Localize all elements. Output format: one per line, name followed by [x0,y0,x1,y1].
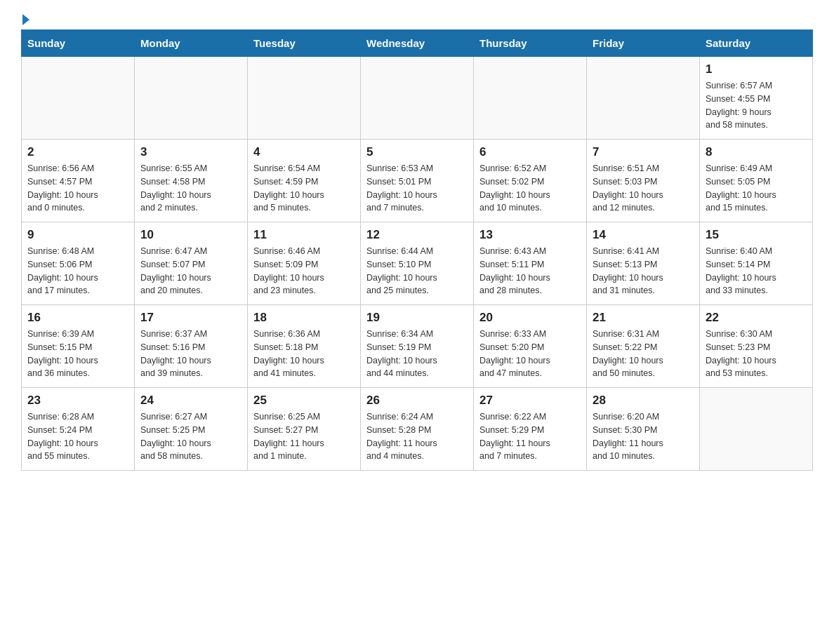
calendar-day-cell: 14Sunrise: 6:41 AMSunset: 5:13 PMDayligh… [587,222,700,305]
calendar-body: 1Sunrise: 6:57 AMSunset: 4:55 PMDaylight… [22,57,813,471]
logo [21,14,29,22]
weekday-header-tuesday: Tuesday [248,30,361,57]
day-number: 23 [27,394,128,408]
calendar-day-cell: 23Sunrise: 6:28 AMSunset: 5:24 PMDayligh… [22,388,135,471]
day-number: 4 [253,145,355,159]
day-number: 25 [253,394,355,408]
calendar-day-cell: 21Sunrise: 6:31 AMSunset: 5:22 PMDayligh… [587,305,700,388]
day-info: Sunrise: 6:28 AMSunset: 5:24 PMDaylight:… [27,410,128,463]
day-info: Sunrise: 6:33 AMSunset: 5:20 PMDaylight:… [479,328,581,380]
day-number: 14 [593,228,694,242]
day-info: Sunrise: 6:52 AMSunset: 5:02 PMDaylight:… [479,162,581,215]
day-info: Sunrise: 6:27 AMSunset: 5:25 PMDaylight:… [140,410,241,463]
day-number: 27 [479,394,581,408]
day-info: Sunrise: 6:47 AMSunset: 5:07 PMDaylight:… [140,245,241,297]
calendar-day-cell: 4Sunrise: 6:54 AMSunset: 4:59 PMDaylight… [248,140,361,222]
day-number: 8 [706,145,807,159]
weekday-header-monday: Monday [135,30,248,57]
calendar-day-cell: 6Sunrise: 6:52 AMSunset: 5:02 PMDaylight… [474,140,587,222]
calendar-day-cell: 17Sunrise: 6:37 AMSunset: 5:16 PMDayligh… [135,305,248,388]
calendar-week-row: 16Sunrise: 6:39 AMSunset: 5:15 PMDayligh… [22,305,813,388]
calendar-day-cell: 16Sunrise: 6:39 AMSunset: 5:15 PMDayligh… [22,305,135,388]
weekday-header-friday: Friday [587,30,700,57]
day-info: Sunrise: 6:22 AMSunset: 5:29 PMDaylight:… [479,410,581,463]
day-info: Sunrise: 6:39 AMSunset: 5:15 PMDaylight:… [27,328,128,380]
calendar-day-cell: 7Sunrise: 6:51 AMSunset: 5:03 PMDaylight… [587,140,700,222]
calendar-day-cell [135,57,248,140]
day-info: Sunrise: 6:43 AMSunset: 5:11 PMDaylight:… [479,245,581,297]
day-number: 15 [706,228,807,242]
day-info: Sunrise: 6:53 AMSunset: 5:01 PMDaylight:… [366,162,468,215]
day-info: Sunrise: 6:30 AMSunset: 5:23 PMDaylight:… [706,328,807,380]
weekday-header-sunday: Sunday [22,30,135,57]
calendar-day-cell: 11Sunrise: 6:46 AMSunset: 5:09 PMDayligh… [248,222,361,305]
calendar-day-cell: 5Sunrise: 6:53 AMSunset: 5:01 PMDaylight… [361,140,474,222]
calendar-day-cell [248,57,361,140]
calendar-day-cell: 9Sunrise: 6:48 AMSunset: 5:06 PMDaylight… [22,222,135,305]
calendar-day-cell: 1Sunrise: 6:57 AMSunset: 4:55 PMDaylight… [700,57,813,140]
day-number: 10 [140,228,241,242]
calendar-day-cell: 27Sunrise: 6:22 AMSunset: 5:29 PMDayligh… [474,388,587,471]
weekday-header-saturday: Saturday [700,30,813,57]
weekday-header-thursday: Thursday [474,30,587,57]
day-number: 9 [27,228,128,242]
day-number: 20 [479,311,581,325]
calendar-day-cell: 3Sunrise: 6:55 AMSunset: 4:58 PMDaylight… [135,140,248,222]
day-number: 7 [593,145,694,159]
day-info: Sunrise: 6:40 AMSunset: 5:14 PMDaylight:… [706,245,807,297]
calendar-day-cell: 2Sunrise: 6:56 AMSunset: 4:57 PMDaylight… [22,140,135,222]
calendar-day-cell [361,57,474,140]
calendar-day-cell: 18Sunrise: 6:36 AMSunset: 5:18 PMDayligh… [248,305,361,388]
day-info: Sunrise: 6:51 AMSunset: 5:03 PMDaylight:… [593,162,694,215]
day-info: Sunrise: 6:36 AMSunset: 5:18 PMDaylight:… [253,328,355,380]
day-number: 2 [27,145,128,159]
day-number: 5 [366,145,468,159]
calendar-day-cell [22,57,135,140]
calendar-day-cell [587,57,700,140]
weekday-header-wednesday: Wednesday [361,30,474,57]
calendar-table: SundayMondayTuesdayWednesdayThursdayFrid… [21,29,813,471]
day-info: Sunrise: 6:20 AMSunset: 5:30 PMDaylight:… [593,410,694,463]
calendar-day-cell [474,57,587,140]
calendar-header: SundayMondayTuesdayWednesdayThursdayFrid… [22,30,813,57]
day-number: 3 [140,145,241,159]
page-header [21,14,813,22]
day-info: Sunrise: 6:46 AMSunset: 5:09 PMDaylight:… [253,245,355,297]
calendar-day-cell [700,388,813,471]
day-number: 12 [366,228,468,242]
day-number: 28 [593,394,694,408]
day-info: Sunrise: 6:44 AMSunset: 5:10 PMDaylight:… [366,245,468,297]
calendar-week-row: 9Sunrise: 6:48 AMSunset: 5:06 PMDaylight… [22,222,813,305]
calendar-day-cell: 10Sunrise: 6:47 AMSunset: 5:07 PMDayligh… [135,222,248,305]
day-number: 17 [140,311,241,325]
calendar-week-row: 1Sunrise: 6:57 AMSunset: 4:55 PMDaylight… [22,57,813,140]
calendar-day-cell: 13Sunrise: 6:43 AMSunset: 5:11 PMDayligh… [474,222,587,305]
day-number: 6 [479,145,581,159]
day-info: Sunrise: 6:54 AMSunset: 4:59 PMDaylight:… [253,162,355,215]
day-number: 21 [593,311,694,325]
calendar-day-cell: 15Sunrise: 6:40 AMSunset: 5:14 PMDayligh… [700,222,813,305]
day-number: 18 [253,311,355,325]
day-info: Sunrise: 6:41 AMSunset: 5:13 PMDaylight:… [593,245,694,297]
calendar-week-row: 2Sunrise: 6:56 AMSunset: 4:57 PMDaylight… [22,140,813,222]
logo-arrow-icon [22,14,29,25]
calendar-day-cell: 26Sunrise: 6:24 AMSunset: 5:28 PMDayligh… [361,388,474,471]
day-number: 1 [706,62,807,76]
calendar-day-cell: 22Sunrise: 6:30 AMSunset: 5:23 PMDayligh… [700,305,813,388]
day-number: 24 [140,394,241,408]
day-info: Sunrise: 6:49 AMSunset: 5:05 PMDaylight:… [706,162,807,215]
calendar-day-cell: 19Sunrise: 6:34 AMSunset: 5:19 PMDayligh… [361,305,474,388]
calendar-week-row: 23Sunrise: 6:28 AMSunset: 5:24 PMDayligh… [22,388,813,471]
day-info: Sunrise: 6:24 AMSunset: 5:28 PMDaylight:… [366,410,468,463]
day-number: 22 [706,311,807,325]
calendar-day-cell: 12Sunrise: 6:44 AMSunset: 5:10 PMDayligh… [361,222,474,305]
calendar-day-cell: 24Sunrise: 6:27 AMSunset: 5:25 PMDayligh… [135,388,248,471]
calendar-day-cell: 25Sunrise: 6:25 AMSunset: 5:27 PMDayligh… [248,388,361,471]
day-info: Sunrise: 6:48 AMSunset: 5:06 PMDaylight:… [27,245,128,297]
weekday-header-row: SundayMondayTuesdayWednesdayThursdayFrid… [22,30,813,57]
day-number: 11 [253,228,355,242]
day-info: Sunrise: 6:34 AMSunset: 5:19 PMDaylight:… [366,328,468,380]
day-info: Sunrise: 6:31 AMSunset: 5:22 PMDaylight:… [593,328,694,380]
day-info: Sunrise: 6:55 AMSunset: 4:58 PMDaylight:… [140,162,241,215]
day-number: 16 [27,311,128,325]
